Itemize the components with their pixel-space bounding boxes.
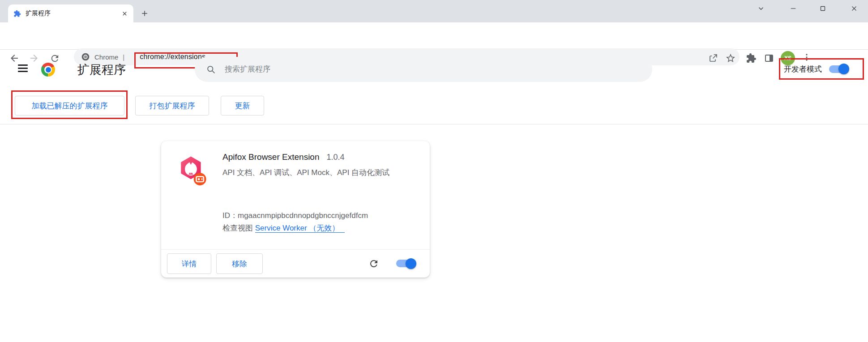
chrome-grey-logo-icon <box>81 52 90 61</box>
extensions-puzzle-icon[interactable] <box>746 53 757 64</box>
inspect-views-label: 检查视图 <box>222 224 253 232</box>
extension-version: 1.0.4 <box>327 153 345 162</box>
browser-window: 扩展程序 <box>0 0 868 342</box>
side-panel-icon[interactable] <box>764 53 774 64</box>
chrome-logo-icon <box>41 63 55 77</box>
update-label: 更新 <box>235 101 250 111</box>
developer-mode-section: 开发者模式 <box>779 58 864 80</box>
browser-toolbar: Chrome | chrome://extensions XS <box>0 22 868 50</box>
card-footer-divider <box>161 249 430 250</box>
extension-enabled-toggle[interactable] <box>396 260 415 267</box>
load-unpacked-button[interactable]: 加载已解压的扩展程序 <box>15 96 124 115</box>
details-button[interactable]: 详情 <box>167 253 211 274</box>
pack-extension-label: 打包扩展程序 <box>150 101 195 111</box>
tab-title: 扩展程序 <box>26 9 121 17</box>
search-input[interactable] <box>224 64 641 74</box>
extension-id: ID：mgaacnmpipbcdnnopdgbnccnjgefdfcm <box>222 210 368 221</box>
menu-hamburger-icon[interactable] <box>18 64 28 72</box>
update-button[interactable]: 更新 <box>221 96 264 115</box>
search-icon <box>206 65 216 74</box>
omnibox-url[interactable]: chrome://extensions <box>140 53 205 61</box>
omnibox-site-label: Chrome <box>94 53 118 61</box>
remove-label: 移除 <box>232 259 247 269</box>
extensions-search[interactable] <box>195 57 652 82</box>
page-title: 扩展程序 <box>77 62 126 78</box>
omnibox-separator: | <box>123 53 124 61</box>
tab-extensions[interactable]: 扩展程序 <box>8 4 133 22</box>
details-label: 详情 <box>182 259 197 269</box>
new-tab-button[interactable] <box>137 6 152 21</box>
extension-reload-icon[interactable] <box>368 258 379 269</box>
extension-title-row: Apifox Browser Extension1.0.4 <box>222 152 345 162</box>
tab-strip: 扩展程序 <box>0 0 868 22</box>
load-unpacked-label: 加载已解压的扩展程序 <box>32 101 108 111</box>
share-icon[interactable] <box>708 53 718 64</box>
window-minimize-icon[interactable] <box>784 1 802 16</box>
tab-close-icon[interactable] <box>121 10 128 17</box>
forward-icon <box>28 52 40 64</box>
remove-button[interactable]: 移除 <box>216 253 263 274</box>
pack-extension-button[interactable]: 打包扩展程序 <box>135 96 209 115</box>
apifox-extension-icon <box>177 155 201 179</box>
inspect-views-row: 检查视图 Service Worker （无效） <box>222 223 345 233</box>
back-icon[interactable] <box>8 52 21 64</box>
puzzle-favicon-icon <box>13 10 21 17</box>
service-worker-link[interactable]: Service Worker （无效） <box>255 224 345 233</box>
developer-mode-label: 开发者模式 <box>784 64 822 74</box>
developer-mode-toggle[interactable] <box>829 65 848 73</box>
extension-description: API 文档、API 调试、API Mock、API 自动化测试 <box>222 167 389 178</box>
window-maximize-icon[interactable] <box>814 1 832 16</box>
header-divider <box>0 124 868 124</box>
tab-search-chevron-icon[interactable] <box>752 1 770 16</box>
window-close-icon[interactable] <box>845 1 863 16</box>
extension-name: Apifox Browser Extension <box>222 152 320 162</box>
bookmark-star-icon[interactable] <box>725 53 736 64</box>
